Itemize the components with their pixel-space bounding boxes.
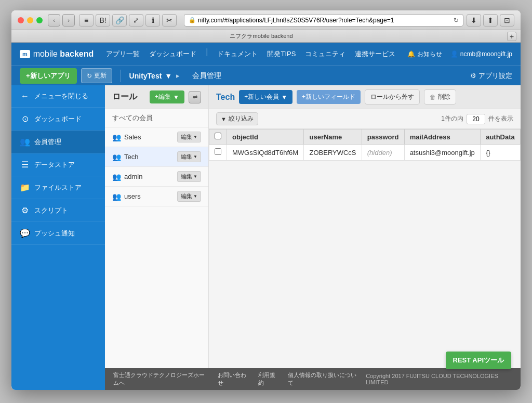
nav-app-list[interactable]: アプリ一覧 [106, 47, 140, 61]
role-edit-arrow: ▼ [173, 94, 179, 101]
notification-item[interactable]: 🔔 お知らせ [407, 50, 442, 59]
dashboard-label: ダッシュボード [34, 114, 82, 124]
sidebar-item-script[interactable]: ⚙ スクリプト [11, 199, 105, 222]
tab-title: ニフクラmobile backend [16, 32, 507, 40]
role-edit-btn[interactable]: +編集 ▼ [150, 90, 184, 103]
back-button[interactable]: ‹ [48, 14, 60, 27]
titlebar: ‹ › ≡ B! 🔗 ⤢ ℹ ✂ 🔒 ↻ ⬇ ⬆ ⊡ [11, 10, 521, 30]
sidebar-item-datastore[interactable]: ☰ データストア [11, 153, 105, 176]
member-mgmt-label: 会員管理 [192, 71, 221, 81]
update-icon: ↻ [87, 72, 92, 80]
share-icon[interactable]: ⤢ [129, 14, 143, 27]
nav-community[interactable]: コミュニティ [305, 47, 345, 61]
roles-title: ロール [112, 92, 137, 102]
role-item-admin[interactable]: 👥 admin 編集 ▼ [105, 167, 208, 187]
info-icon[interactable]: ℹ [145, 14, 160, 27]
nav-integration[interactable]: 連携サービス [355, 47, 395, 61]
content-area: ロール +編集 ▼ ⇌ すべての会員 [105, 85, 521, 390]
footer-copyright: Copyright 2017 FUJITSU CLOUD TECHNOLOGIE… [366, 373, 512, 385]
role-edit-tech-arrow: ▼ [193, 154, 197, 159]
footer-link-home[interactable]: 富士通クラウドテクノロジーズホームへ [113, 371, 209, 387]
roles-back-btn[interactable]: ⇌ [189, 91, 201, 103]
count-input[interactable] [467, 114, 485, 124]
sidebar-item-push[interactable]: 💬 プッシュ通知 [11, 222, 105, 245]
filter-button[interactable]: ▼ 絞り込み [216, 112, 258, 125]
row-checkbox-cell [209, 145, 227, 161]
role-edit-tech-label: 編集 [181, 153, 192, 161]
role-icon-tech: 👥 [112, 153, 121, 161]
nav-tips[interactable]: 開発TIPS [267, 47, 296, 61]
role-edit-label: +編集 [155, 93, 171, 101]
maximize-button[interactable] [36, 17, 43, 23]
remove-role-btn[interactable]: ロールから外す [365, 89, 420, 105]
script-icon: ⚙ [20, 205, 30, 215]
col-header-authdata[interactable]: authData [481, 129, 521, 145]
role-edit-users[interactable]: 編集 ▼ [177, 191, 201, 202]
url-input[interactable] [198, 17, 451, 24]
footer-link-terms[interactable]: 利用規約 [258, 371, 280, 387]
app-settings-label: アプリ設定 [478, 71, 512, 81]
window-controls [18, 17, 43, 23]
col-header-username[interactable]: userName [304, 129, 362, 145]
close-button[interactable] [18, 17, 24, 23]
col-header-password[interactable]: password [362, 129, 404, 145]
delete-btn[interactable]: 🗑 削除 [424, 89, 456, 105]
app-name-label: UnityTest [129, 72, 162, 80]
rest-api-button[interactable]: REST APIツール [446, 352, 511, 369]
role-item-users[interactable]: 👥 users 編集 ▼ [105, 187, 208, 206]
bookmark-icon[interactable]: B! [96, 14, 110, 27]
col-header-mailaddress[interactable]: mailAddress [404, 129, 481, 145]
new-app-button[interactable]: +新しいアプリ [20, 68, 77, 84]
update-button[interactable]: ↻ 更新 [81, 68, 112, 83]
nav-docs[interactable]: ドキュメント [217, 47, 258, 61]
upload-icon[interactable]: ⬆ [483, 14, 498, 27]
role-edit-tech[interactable]: 編集 ▼ [177, 151, 201, 162]
all-members-item[interactable]: すべての会員 [105, 109, 208, 127]
app-settings-btn[interactable]: ⚙ アプリ設定 [470, 71, 512, 81]
table-row: MWGsSiQd8dT6hf6M ZOBERYWCcS (hidden) ats… [209, 145, 521, 161]
role-edit-users-arrow: ▼ [193, 194, 197, 199]
layers-icon[interactable]: ≡ [79, 14, 94, 27]
role-edit-admin-label: 編集 [181, 173, 192, 180]
table-panel: Tech +新しい会員 ▼ +新しいフィールド ロールから外す 🗑 削除 [209, 85, 521, 368]
sidebar: ← メニューを閉じる ⊙ ダッシュボード 👥 会員管理 ☰ データストア 📁 [11, 85, 105, 390]
select-all-checkbox[interactable] [215, 133, 221, 139]
push-label: プッシュ通知 [34, 229, 75, 238]
user-item[interactable]: 👤 ncmb@moongift.jp [450, 50, 512, 58]
row-authdata: {} [481, 145, 521, 161]
nav-dashboard[interactable]: ダッシュボード [149, 47, 196, 61]
sidebar-item-filestore[interactable]: 📁 ファイルストア [11, 176, 105, 199]
data-table-container: objectId userName password mailAddress a… [209, 129, 521, 368]
footer-link-privacy[interactable]: 個人情報の取り扱いについて [288, 371, 357, 387]
tools-icon[interactable]: ✂ [162, 14, 177, 27]
role-edit-sales-arrow: ▼ [193, 135, 197, 139]
sidebar-item-dashboard[interactable]: ⊙ ダッシュボード [11, 108, 105, 131]
col-header-objectid[interactable]: objectId [227, 129, 304, 145]
table-header-row: objectId userName password mailAddress a… [209, 129, 521, 145]
role-icon-sales: 👥 [112, 133, 121, 141]
refresh-button[interactable]: ↻ [454, 17, 459, 24]
footer-link-contact[interactable]: お問い合わせ [218, 371, 250, 387]
app-name[interactable]: UnityTest ▼ [129, 72, 172, 80]
dashboard-icon: ⊙ [20, 114, 30, 124]
sidebar-item-menu-close[interactable]: ← メニューを閉じる [11, 85, 105, 108]
role-edit-admin[interactable]: 編集 ▼ [177, 171, 201, 182]
sidebar-item-member-mgmt[interactable]: 👥 会員管理 [11, 131, 105, 153]
new-field-btn[interactable]: +新しいフィールド [297, 90, 361, 104]
forward-button[interactable]: › [62, 14, 75, 27]
role-edit-sales[interactable]: 編集 ▼ [177, 132, 201, 142]
member-mgmt-sidebar-label: 会員管理 [34, 137, 61, 147]
row-checkbox[interactable] [215, 148, 221, 155]
download-icon[interactable]: ⬇ [467, 14, 481, 27]
notification-label: お知らせ [417, 50, 442, 59]
resize-icon[interactable]: ⊡ [500, 14, 514, 27]
role-item-tech[interactable]: 👥 Tech 編集 ▼ [105, 147, 208, 167]
minimize-button[interactable] [27, 17, 33, 23]
new-member-btn[interactable]: +新しい会員 ▼ [239, 90, 292, 104]
role-item-sales[interactable]: 👥 Sales 編集 ▼ [105, 127, 208, 147]
subnav-divider [121, 70, 121, 82]
link-icon[interactable]: 🔗 [112, 14, 127, 27]
brand-text: mobile backend [33, 49, 94, 59]
role-name-sales: Sales [124, 133, 177, 141]
new-tab-button[interactable]: + [507, 32, 516, 41]
